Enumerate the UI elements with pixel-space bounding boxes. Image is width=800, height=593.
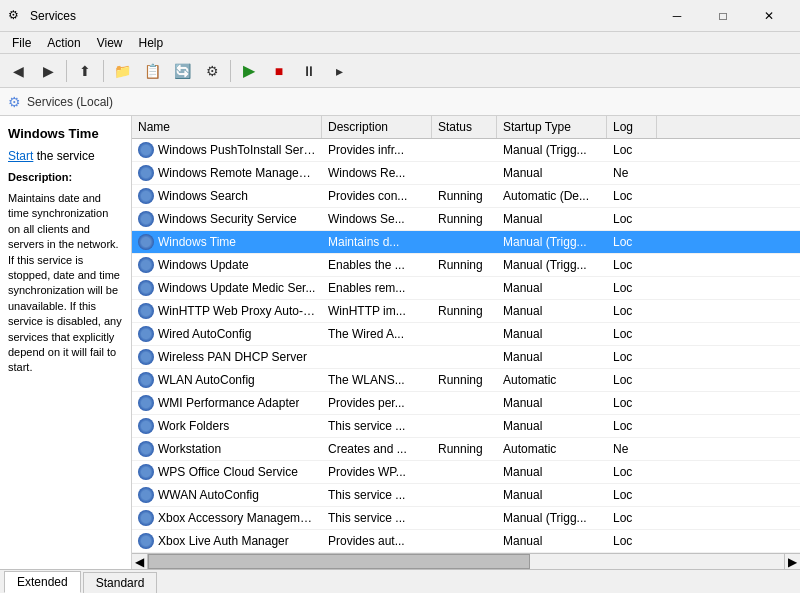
toolbar-up[interactable]: ⬆ <box>71 58 99 84</box>
menu-action[interactable]: Action <box>39 34 88 52</box>
col-header-name[interactable]: Name <box>132 116 322 138</box>
service-startup-cell: Manual <box>497 393 607 413</box>
table-row[interactable]: WorkstationCreates and ...RunningAutomat… <box>132 438 800 461</box>
table-row[interactable]: WMI Performance AdapterProvides per...Ma… <box>132 392 800 415</box>
service-startup-cell: Manual <box>497 163 607 183</box>
title-bar-buttons: ─ □ ✕ <box>654 0 792 32</box>
service-name-text: WLAN AutoConfig <box>158 373 255 387</box>
table-row[interactable]: WWAN AutoConfigThis service ...ManualLoc <box>132 484 800 507</box>
service-logon-cell: Loc <box>607 140 657 160</box>
col-header-logon[interactable]: Log <box>607 116 657 138</box>
scroll-right-btn[interactable]: ▶ <box>784 554 800 569</box>
service-name-cell: Windows Search <box>132 185 322 207</box>
service-status-cell: Running <box>432 209 497 229</box>
table-row[interactable]: WLAN AutoConfigThe WLANS...RunningAutoma… <box>132 369 800 392</box>
service-startup-cell: Automatic <box>497 439 607 459</box>
service-logon-cell: Loc <box>607 508 657 528</box>
service-name-text: WWAN AutoConfig <box>158 488 259 502</box>
service-icon <box>138 372 154 388</box>
table-row[interactable]: Xbox Accessory Managemen...This service … <box>132 507 800 530</box>
toolbar-back[interactable]: ◀ <box>4 58 32 84</box>
service-icon <box>138 349 154 365</box>
scroll-left-btn[interactable]: ◀ <box>132 554 148 569</box>
service-name-cell: WinHTTP Web Proxy Auto-D... <box>132 300 322 322</box>
start-service-link[interactable]: Start <box>8 149 33 163</box>
service-desc-cell: The WLANS... <box>322 370 432 390</box>
table-row[interactable]: Windows Update Medic Ser...Enables rem..… <box>132 277 800 300</box>
table-row[interactable]: Windows Remote Managem...Windows Re...Ma… <box>132 162 800 185</box>
table-row[interactable]: Wireless PAN DHCP ServerManualLoc <box>132 346 800 369</box>
col-header-startup[interactable]: Startup Type <box>497 116 607 138</box>
link-suffix: the service <box>33 149 94 163</box>
tab-extended[interactable]: Extended <box>4 571 81 593</box>
col-header-description[interactable]: Description <box>322 116 432 138</box>
service-name-text: Windows Update <box>158 258 249 272</box>
service-icon <box>138 326 154 342</box>
toolbar-forward[interactable]: ▶ <box>34 58 62 84</box>
service-desc-cell: Creates and ... <box>322 439 432 459</box>
scroll-thumb[interactable] <box>148 554 530 569</box>
toolbar: ◀ ▶ ⬆ 📁 📋 🔄 ⚙ ▶ ■ ⏸ ▸ <box>0 54 800 88</box>
toolbar-separator-2 <box>103 60 104 82</box>
toolbar-stop[interactable]: ■ <box>265 58 293 84</box>
service-name-cell: Wired AutoConfig <box>132 323 322 345</box>
close-button[interactable]: ✕ <box>746 0 792 32</box>
table-row[interactable]: Wired AutoConfigThe Wired A...ManualLoc <box>132 323 800 346</box>
table-body[interactable]: Windows PushToInstall Servi...Provides i… <box>132 139 800 553</box>
toolbar-pause[interactable]: ⏸ <box>295 58 323 84</box>
horizontal-scrollbar[interactable]: ◀ ▶ <box>132 553 800 569</box>
service-logon-cell: Loc <box>607 255 657 275</box>
service-desc-cell: Enables rem... <box>322 278 432 298</box>
table-row[interactable]: Work FoldersThis service ...ManualLoc <box>132 415 800 438</box>
table-row[interactable]: WinHTTP Web Proxy Auto-D...WinHTTP im...… <box>132 300 800 323</box>
service-status-cell: Running <box>432 255 497 275</box>
table-row[interactable]: WPS Office Cloud ServiceProvides WP...Ma… <box>132 461 800 484</box>
service-status-cell <box>432 400 497 406</box>
service-logon-cell: Loc <box>607 393 657 413</box>
menu-view[interactable]: View <box>89 34 131 52</box>
service-name-cell: WLAN AutoConfig <box>132 369 322 391</box>
service-icon <box>138 533 154 549</box>
right-panel: Name Description Status Startup Type Log… <box>132 116 800 569</box>
service-logon-cell: Ne <box>607 163 657 183</box>
service-status-cell <box>432 515 497 521</box>
service-status-cell <box>432 239 497 245</box>
service-icon <box>138 303 154 319</box>
toolbar-start[interactable]: ▶ <box>235 58 263 84</box>
toolbar-resume[interactable]: ▸ <box>325 58 353 84</box>
service-startup-cell: Automatic <box>497 370 607 390</box>
toolbar-refresh[interactable]: 🔄 <box>168 58 196 84</box>
table-row[interactable]: Xbox Live Auth ManagerProvides aut...Man… <box>132 530 800 553</box>
service-logon-cell: Loc <box>607 324 657 344</box>
table-row[interactable]: Windows PushToInstall Servi...Provides i… <box>132 139 800 162</box>
tab-standard[interactable]: Standard <box>83 572 158 593</box>
service-desc-cell: This service ... <box>322 485 432 505</box>
service-name-text: Windows PushToInstall Servi... <box>158 143 316 157</box>
col-header-status[interactable]: Status <box>432 116 497 138</box>
table-row[interactable]: Windows Security ServiceWindows Se...Run… <box>132 208 800 231</box>
service-desc-cell: Enables the ... <box>322 255 432 275</box>
toolbar-show-hide[interactable]: 📁 <box>108 58 136 84</box>
title-bar-text: Services <box>30 9 654 23</box>
table-row[interactable]: Windows UpdateEnables the ...RunningManu… <box>132 254 800 277</box>
service-name-text: Xbox Live Auth Manager <box>158 534 289 548</box>
toolbar-properties[interactable]: ⚙ <box>198 58 226 84</box>
service-desc-cell: Provides WP... <box>322 462 432 482</box>
menu-file[interactable]: File <box>4 34 39 52</box>
service-name-text: WMI Performance Adapter <box>158 396 299 410</box>
table-row[interactable]: Windows SearchProvides con...RunningAuto… <box>132 185 800 208</box>
menu-help[interactable]: Help <box>131 34 172 52</box>
service-startup-cell: Manual (Trigg... <box>497 508 607 528</box>
service-name-text: WinHTTP Web Proxy Auto-D... <box>158 304 316 318</box>
minimize-button[interactable]: ─ <box>654 0 700 32</box>
service-startup-cell: Manual <box>497 209 607 229</box>
toolbar-toggle[interactable]: 📋 <box>138 58 166 84</box>
table-row[interactable]: Windows TimeMaintains d...Manual (Trigg.… <box>132 231 800 254</box>
maximize-button[interactable]: □ <box>700 0 746 32</box>
service-name-text: Windows Search <box>158 189 248 203</box>
service-logon-cell: Loc <box>607 462 657 482</box>
table-header: Name Description Status Startup Type Log <box>132 116 800 139</box>
service-name-cell: Windows PushToInstall Servi... <box>132 139 322 161</box>
service-icon <box>138 487 154 503</box>
service-logon-cell: Loc <box>607 186 657 206</box>
